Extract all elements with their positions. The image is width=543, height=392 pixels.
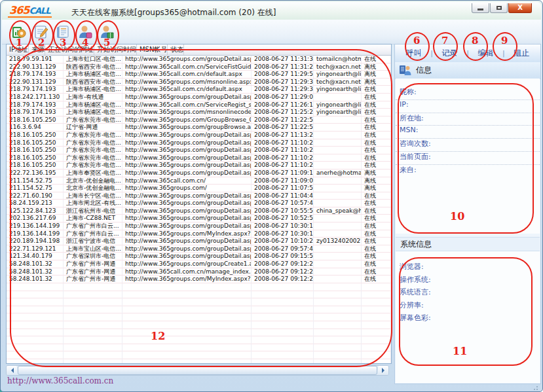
scroll-right-button[interactable]: [378, 366, 388, 375]
column-header[interactable]: 正在访问的网址: [45, 45, 94, 55]
cell-ip: 222.90.131.129: [7, 63, 64, 71]
block-button[interactable]: 阻止: [514, 48, 529, 59]
cell-start-time: 2008-06-27 11:10:20: [252, 162, 314, 169]
table-row[interactable]: 219.136.144.199 广东省广州市白云... http://www.3…: [7, 230, 391, 238]
scrollbar-thumb[interactable]: [18, 366, 377, 375]
edit-button[interactable]: 编辑: [477, 48, 493, 59]
status-url-link[interactable]: http://www.365call.com.cn: [7, 376, 113, 385]
cell-source: 辽宁省-网通: [64, 124, 122, 131]
cell-source: 上海市宝山区-电信...: [64, 245, 122, 253]
right-panel: 呼叫 | 记录 | 编辑 | 阻止 信息 昵称:IP:所在地:MSN:咨询次数:…: [394, 44, 541, 384]
scroll-left-button[interactable]: [7, 366, 17, 375]
table-row[interactable]: 218.16.105.250 广东省东莞市-电信... http://www.3…: [7, 139, 391, 147]
column-header[interactable]: IP地址: [7, 45, 29, 55]
cell-status: 在线: [362, 230, 391, 238]
table-row[interactable]: 219.136.144.199 广东省广州市白云... http://www.3…: [7, 223, 391, 230]
table-row[interactable]: 222.71.60.190 上海市长宁区-电信... http://www.36…: [7, 192, 391, 200]
cell-status: 在线: [362, 124, 391, 131]
cell-url: http://www.365call.com.cn/manage_index.a…: [122, 268, 252, 276]
table-row[interactable]: 202.136.217.69 上海市-CZ88.NET http://www.3…: [7, 215, 391, 223]
table-row[interactable]: 222.90.131.129 陕西省西安市-电信... http://www.3…: [7, 79, 391, 86]
report-settings-icon[interactable]: [11, 24, 27, 40]
cell-url: http://www.365groups.com/groupDetail.asp…: [122, 147, 252, 154]
table-row[interactable]: 58.248.101.32 广东省广州市-网通 http://www.365gr…: [7, 276, 391, 283]
cell-source: 上海市-CZ88.NET: [64, 215, 122, 222]
table-row[interactable]: 218.79.174.193 上海市杨浦区-电信... http://www.3…: [7, 101, 391, 109]
cell-msn: [314, 230, 362, 238]
cell-url: http://www.365groups.com/GroupBrowse_01.…: [122, 116, 252, 124]
cell-ip: 218.16.105.250: [7, 147, 64, 154]
user-admin-icon[interactable]: [77, 24, 93, 40]
separator: |: [430, 49, 433, 58]
maximize-button[interactable]: [490, 3, 508, 13]
cell-ip: 218.16.105.250: [7, 162, 64, 169]
records-book-icon[interactable]: [55, 24, 71, 40]
minimize-icon: [477, 9, 483, 10]
table-row[interactable]: 218.79.174.193 上海市杨浦区-电信... http://www.3…: [7, 86, 391, 94]
cell-msn: [314, 116, 362, 124]
cell-url: http://www.365groups.com/groupDetail.asp…: [122, 154, 252, 162]
column-header[interactable]: 来源: [29, 45, 45, 55]
table-row[interactable]: 218.16.105.250 广东省东莞市-电信... http://www.3…: [7, 116, 391, 124]
cell-source: 上海市杨浦区-电信...: [64, 71, 122, 78]
cell-msn: [314, 276, 362, 283]
user-book-icon[interactable]: [99, 24, 115, 40]
table-row[interactable]: 222.72.136.195 上海市奉贤区-电信... http://www.3…: [7, 169, 391, 177]
table-row[interactable]: 58.24.159.213 上海市闸北区-有线... http://www.36…: [7, 200, 391, 207]
table-row[interactable]: 222.90.131.129 陕西省西安市-电信... http://www.3…: [7, 63, 391, 71]
cell-start-time: 2008-06-27 11:22:51: [252, 124, 314, 131]
table-row[interactable]: 218.16.105.250 广东省东莞市-电信... http://www.3…: [7, 162, 391, 169]
cell-start-time: 2008-06-27 10:30:18: [252, 223, 314, 230]
table-row[interactable]: 125.122.84.123 浙江省杭州市-电信 http://www.365g…: [7, 207, 391, 215]
table-row[interactable]: 116.3.6.94 辽宁省-网通 http://www.365groups.c…: [7, 124, 391, 132]
cell-status: 在线: [362, 276, 391, 283]
horizontal-scrollbar[interactable]: [6, 365, 389, 376]
table-row[interactable]: 211.154.52.75 北京市-优创金融电... http://www.36…: [7, 177, 391, 185]
record-button[interactable]: 记录: [442, 48, 458, 59]
cell-msn: [314, 260, 362, 268]
cell-start-time: 2008-06-27 11:04:48: [252, 192, 314, 200]
cell-msn: [314, 147, 362, 154]
cell-msn: [314, 268, 362, 276]
visitor-info-panel: 昵称:IP:所在地:MSN:咨询次数:当前页面:来自:: [396, 79, 540, 234]
column-header[interactable]: MSN帐号: [137, 45, 168, 55]
table-row[interactable]: 218.79.59.191 上海市虹口区-电信... http://www.36…: [7, 56, 391, 63]
logo-call: CALL: [29, 6, 50, 16]
column-header[interactable]: 开始访问时间: [94, 45, 137, 55]
table-row[interactable]: 218.16.105.250 广东省东莞市-电信... http://www.3…: [7, 132, 391, 139]
cell-ip: 218.79.174.193: [7, 109, 64, 116]
cell-url: http://www.365groups.com/groupCreate1.as…: [122, 260, 252, 268]
table-row[interactable]: 222.71.129.121 上海市宝山区-电信... http://www.3…: [7, 245, 391, 253]
cell-msn: [314, 215, 362, 222]
table-row[interactable]: 218.79.174.193 上海市杨浦区-电信... http://www.3…: [7, 109, 391, 116]
cell-url: http://www.365groups.com/groupBrowse.asp…: [122, 124, 252, 131]
cell-url: http://www.365groups.com/groupDetail.asp…: [122, 238, 252, 245]
resize-grip[interactable]: [532, 384, 538, 391]
cell-url: http://www.365call.com.cn/ServiceFistGui…: [122, 63, 252, 71]
table-row[interactable]: 218.16.105.250 广东省东莞市-电信... http://www.3…: [7, 154, 391, 162]
cell-ip: 116.3.6.94: [7, 124, 64, 131]
cell-ip: 220.189.194.198: [7, 238, 64, 245]
table-row[interactable]: 220.189.194.198 浙江省宁波市-电信 http://www.365…: [7, 238, 391, 245]
cell-ip: 218.79.59.191: [7, 56, 64, 63]
minimize-button[interactable]: [472, 3, 489, 13]
info-field-label: 咨询次数:: [396, 139, 540, 152]
table-row[interactable]: 58.248.101.32 广东省广州市-网通 http://www.365ca…: [7, 268, 391, 276]
cell-source: 广东省广州市-网通: [64, 268, 122, 276]
table-row[interactable]: 218.242.171.130 上海市-有线通 http://www.365gr…: [7, 94, 391, 101]
table-row[interactable]: 121.34.40.179 广东省深圳市-电信 http://www.365gr…: [7, 253, 391, 260]
cell-url: http://www.365groups.com/groupDetail.asp…: [122, 200, 252, 207]
column-header[interactable]: 状态: [168, 45, 184, 55]
cell-ip: 222.90.131.129: [7, 79, 64, 86]
close-button[interactable]: X: [508, 3, 532, 13]
table-row[interactable]: 58.248.101.32 广东省广州市-网通 http://www.365gr…: [7, 260, 391, 268]
cell-url: http://www.365groups.com/groupDetail.asp…: [122, 245, 252, 253]
table-row[interactable]: 211.154.52.75 北京市-优创金融电... http://www.36…: [7, 185, 391, 192]
table-row[interactable]: 218.79.174.193 上海市杨浦区-电信... http://www.3…: [7, 71, 391, 79]
call-button[interactable]: 呼叫: [406, 48, 422, 59]
edit-notes-icon[interactable]: [33, 24, 49, 40]
table-row[interactable]: 218.16.105.250 广东省东莞市-电信... http://www.3…: [7, 147, 391, 154]
cell-source: 上海市杨浦区-电信...: [64, 101, 122, 109]
cell-msn: china_speak@h...: [314, 207, 362, 215]
info-field-label: MSN:: [396, 126, 540, 139]
